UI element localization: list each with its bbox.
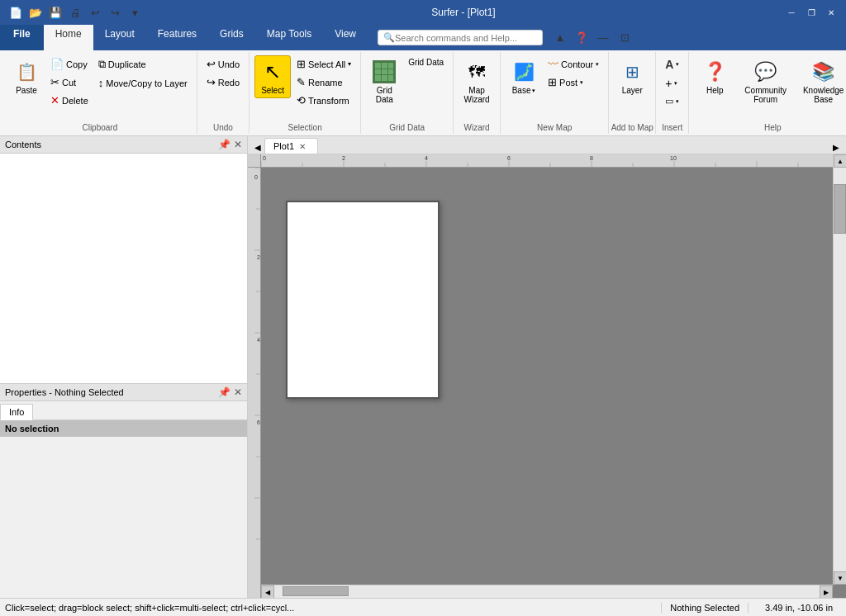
qat-print-btn[interactable]: 🖨: [66, 3, 84, 21]
insert-plus-button[interactable]: + ▾: [661, 74, 683, 92]
map-wizard-button[interactable]: 🗺 MapWizard: [459, 55, 495, 107]
ribbon-minimize-icon[interactable]: —: [594, 29, 612, 47]
canvas-area: ◀ Plot1 ✕ ▶: [248, 136, 846, 598]
grid-data-group-label: Grid Data: [361, 123, 453, 132]
help-button[interactable]: ❓ Help: [694, 55, 735, 98]
qat-customize-btn[interactable]: ▾: [126, 3, 144, 21]
layer-icon: ⊞: [619, 59, 645, 85]
contour-button[interactable]: 〰 Contour ▾: [544, 55, 603, 73]
knowledge-label: KnowledgeBase: [803, 86, 844, 104]
plot1-tab[interactable]: Plot1 ✕: [264, 138, 318, 154]
properties-pin-icon[interactable]: 📌: [218, 386, 231, 398]
cut-button[interactable]: ✂ Cut: [46, 73, 93, 91]
tab-info[interactable]: Info: [0, 404, 33, 420]
grid-data-sub-col: Grid Data: [404, 55, 448, 81]
help-icon: ❓: [701, 59, 728, 85]
qat-new-btn[interactable]: 📄: [7, 3, 25, 21]
qat-open-btn[interactable]: 📂: [26, 3, 45, 21]
quick-access-toolbar: 📄 📂 💾 🖨 ↩ ↪ ▾: [7, 3, 144, 21]
clipboard-group: 📋 Paste 📄 Copy ✂ Cut ✕ Delete: [3, 52, 197, 134]
wizard-group-label: Wizard: [454, 123, 500, 132]
post-button[interactable]: ⊞ Post ▾: [544, 73, 603, 91]
copy-label: Copy: [66, 59, 88, 69]
svg-text:2: 2: [342, 155, 345, 161]
delete-button[interactable]: ✕ Delete: [46, 92, 93, 109]
ribbon-search-box[interactable]: 🔍: [378, 30, 543, 45]
selectall-icon: ⊞: [297, 58, 306, 70]
svg-rect-22: [248, 168, 261, 598]
qat-undo-btn[interactable]: ↩: [86, 3, 104, 21]
tab-file[interactable]: File: [0, 25, 44, 50]
select-all-button[interactable]: ⊞ Select All ▾: [292, 55, 355, 73]
contents-pin-icon[interactable]: 📌: [218, 139, 231, 150]
status-coords: 3.49 in, -10.06 in: [757, 603, 841, 613]
plot-canvas[interactable]: 0 2 4 6 8 10: [248, 154, 846, 598]
window-controls: ─ ❐ ✕: [783, 4, 839, 21]
status-bar: Click=select; drag=block select; shift+c…: [0, 598, 846, 616]
plot-paper[interactable]: [286, 201, 440, 399]
insert-group: A ▾ + ▾ ▭ ▾ Insert: [656, 52, 689, 134]
paste-button[interactable]: 📋 Paste: [8, 55, 45, 98]
qat-redo-btn[interactable]: ↪: [106, 3, 124, 21]
insert-text-button[interactable]: A ▾: [661, 55, 683, 73]
grid-data-sub-button[interactable]: Grid Data: [404, 55, 448, 69]
insert-rect-button[interactable]: ▭ ▾: [661, 93, 683, 109]
tab-home[interactable]: Home: [44, 25, 93, 50]
add-to-map-group-content: ⊞ Layer: [614, 54, 650, 132]
svg-text:10: 10: [670, 155, 677, 161]
undo-group-content: ↩ Undo ↪ Redo: [202, 54, 244, 132]
redo-icon: ↪: [207, 76, 216, 88]
select-all-dropdown[interactable]: ▾: [348, 60, 351, 68]
tab-left-arrow[interactable]: ◀: [251, 141, 264, 154]
rename-button[interactable]: ✎ Rename: [292, 73, 355, 91]
tab-right-arrow[interactable]: ▶: [829, 141, 843, 154]
scroll-up-btn[interactable]: ▲: [834, 154, 846, 168]
base-button[interactable]: 🗾 Base ▾: [506, 55, 542, 98]
help-label: Help: [706, 86, 724, 95]
minimize-btn[interactable]: ─: [783, 4, 800, 21]
ribbon-question-icon[interactable]: ❓: [573, 29, 591, 47]
status-hint: Click=select; drag=block select; shift+c…: [5, 603, 653, 613]
tab-features[interactable]: Features: [146, 25, 208, 50]
no-selection-label: No selection: [0, 420, 247, 437]
undo-button[interactable]: ↩ Undo: [202, 55, 244, 73]
help-group: ❓ Help 💬 CommunityForum 📚 KnowledgeBase …: [689, 52, 846, 134]
close-btn[interactable]: ✕: [823, 4, 839, 21]
select-all-label: Select All: [308, 59, 345, 69]
search-input[interactable]: [395, 33, 537, 43]
copy-button[interactable]: 📄 Copy: [46, 55, 93, 73]
ribbon-tabs: File Home Layout Features Grids Map Tool…: [0, 25, 846, 50]
grid-data-button[interactable]: GridData: [366, 55, 402, 107]
contents-close-icon[interactable]: ✕: [234, 139, 242, 150]
redo-button[interactable]: ↪ Redo: [202, 73, 244, 91]
ribbon-options-icon[interactable]: ⊡: [615, 29, 634, 47]
tab-grids[interactable]: Grids: [208, 25, 255, 50]
community-button[interactable]: 💬 CommunityForum: [737, 55, 794, 107]
tab-view[interactable]: View: [323, 25, 368, 50]
title-bar: 📄 📂 💾 🖨 ↩ ↪ ▾ Surfer - [Plot1] ─ ❐ ✕: [0, 0, 846, 25]
tab-map-tools[interactable]: Map Tools: [255, 25, 323, 50]
ruler-corner: [248, 154, 261, 168]
ribbon-help-icon[interactable]: ▲: [551, 29, 569, 47]
tab-layout[interactable]: Layout: [93, 25, 146, 50]
add-to-map-group: ⊞ Layer Add to Map: [609, 52, 656, 134]
duplicate-button[interactable]: ⧉ Duplicate: [94, 55, 192, 73]
restore-btn[interactable]: ❐: [803, 4, 820, 21]
grid-data-label: GridData: [376, 86, 393, 104]
map-wizard-label: MapWizard: [464, 86, 490, 104]
properties-panel-icons: 📌 ✕: [218, 386, 242, 398]
contents-list: [0, 154, 247, 383]
svg-text:6: 6: [507, 155, 511, 161]
knowledge-button[interactable]: 📚 KnowledgeBase: [796, 55, 846, 107]
qat-save-btn[interactable]: 💾: [46, 3, 64, 21]
plot1-tab-close[interactable]: ✕: [299, 142, 306, 151]
delete-label: Delete: [62, 96, 88, 106]
undo-label: Undo: [218, 59, 240, 69]
svg-text:2: 2: [257, 254, 260, 260]
layer-button[interactable]: ⊞ Layer: [614, 55, 650, 98]
properties-close-icon[interactable]: ✕: [234, 386, 242, 398]
plot-area[interactable]: [261, 168, 846, 598]
select-button[interactable]: ↖ Select: [254, 55, 291, 98]
move-button[interactable]: ↕ Move/Copy to Layer: [94, 74, 192, 92]
transform-button[interactable]: ⟲ Transform: [292, 92, 355, 109]
